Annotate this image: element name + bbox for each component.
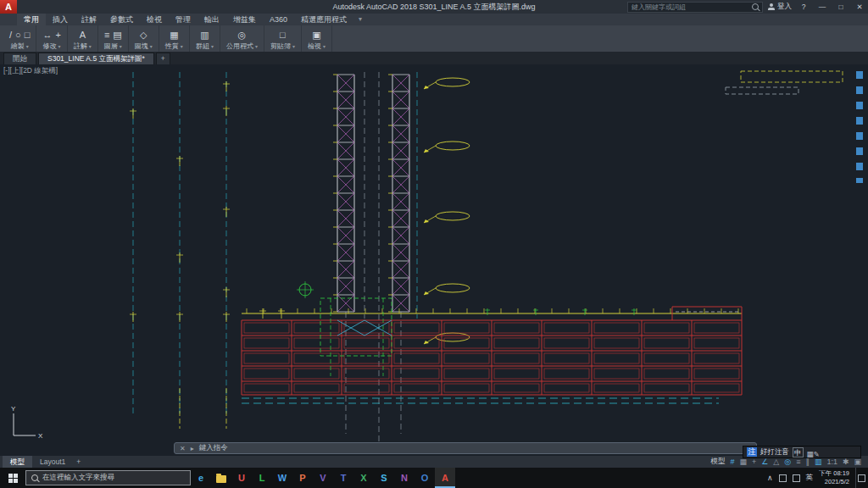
ribbon-panel[interactable]: ◎公用程式▾ <box>220 25 264 52</box>
status-toggle[interactable]: ≡ <box>796 458 800 466</box>
taskbar-app-icon[interactable] <box>211 468 231 488</box>
ribbon-panel[interactable]: /○□繪製▾ <box>3 25 36 52</box>
taskbar-app-icon[interactable]: P <box>292 468 313 488</box>
tool-icon[interactable]: ↔ <box>42 29 52 41</box>
tool-icon[interactable]: ◇ <box>140 29 147 41</box>
tool-icon[interactable]: ◎ <box>238 29 247 41</box>
file-tab-current[interactable]: S301_LINE A.5 立面構架詳圖* <box>38 53 154 64</box>
ribbon-panel-label: 圖層▾ <box>104 42 122 51</box>
status-toggle[interactable]: ∠ <box>761 458 768 466</box>
ribbon-tab[interactable]: 參數式 <box>103 14 140 25</box>
language-indicator[interactable]: 英 <box>806 473 814 483</box>
ribbon-tab[interactable]: A360 <box>263 14 294 25</box>
ribbon-panel[interactable]: ◇圖塊▾ <box>129 25 159 52</box>
tool-icon[interactable]: ▤ <box>113 29 121 41</box>
taskbar-app-icon[interactable]: W <box>272 468 292 488</box>
command-line[interactable]: ✕ ▸ 鍵入指令 <box>174 442 757 454</box>
help-button[interactable]: ? <box>797 3 810 11</box>
ribbon-panel[interactable]: □剪貼簿▾ <box>264 25 302 52</box>
taskbar-app-icon[interactable]: V <box>313 468 333 488</box>
ribbon-tab[interactable]: 增益集 <box>226 14 263 25</box>
taskbar-app-icon[interactable]: S <box>374 468 394 488</box>
status-model-label[interactable]: 模型 <box>710 457 725 467</box>
taskbar-clock[interactable]: 下午 08:19 2021/5/2 <box>819 469 849 486</box>
autocad-window: A Autodesk AutoCAD 2018 S301_LINE A.5 立面… <box>0 0 868 488</box>
status-toggle[interactable]: # <box>730 458 734 466</box>
ime-tool-icon[interactable]: ✎ <box>814 450 820 458</box>
clock-time: 下午 08:19 <box>819 469 849 478</box>
ime-mode-toggle[interactable]: 中 <box>793 447 804 458</box>
tool-icon[interactable]: + <box>55 29 60 41</box>
ribbon-panel[interactable]: A註解▾ <box>68 25 98 52</box>
help-search-placeholder: 鍵入關鍵字或詞組 <box>632 3 748 12</box>
taskbar-search[interactable]: 在這裡輸入文字來搜尋 <box>25 470 191 485</box>
status-toggle[interactable]: ✱ <box>843 458 849 466</box>
tool-icon[interactable]: A <box>80 29 86 41</box>
status-toggle[interactable]: △ <box>773 458 779 466</box>
close-button[interactable]: ✕ <box>853 3 866 11</box>
taskbar-app-icon[interactable]: U <box>231 468 252 488</box>
ime-icon[interactable]: 注 <box>747 447 757 457</box>
command-close-icon[interactable]: ✕ <box>180 445 186 452</box>
drawing-canvas[interactable]: YX [-][上][2D 線架構] ✕ ▸ 鍵入指令 i 未調和的新圖層 ✕ 找… <box>0 64 868 456</box>
ribbon-tab[interactable]: 輸出 <box>198 14 226 25</box>
signin-button[interactable]: 登入 <box>768 2 792 12</box>
ribbon-tab[interactable]: 註解 <box>75 14 103 25</box>
tray-expand-icon[interactable]: ∧ <box>767 474 773 482</box>
ribbon-panel[interactable]: ↔+修改▾ <box>36 25 67 52</box>
tool-icon[interactable]: □ <box>280 29 286 41</box>
taskbar-app-icon[interactable]: T <box>333 468 353 488</box>
ribbon-tab[interactable]: 精選應用程式 <box>294 14 353 25</box>
taskbar-app-icon[interactable]: O <box>415 468 435 488</box>
cad-drawing: YX <box>0 64 868 456</box>
tool-icon[interactable]: ▥ <box>200 29 209 41</box>
viewport-controls[interactable]: [-][上][2D 線架構] <box>3 66 58 76</box>
command-input[interactable]: 鍵入指令 <box>199 443 228 453</box>
model-tab[interactable]: 模型 <box>3 456 32 468</box>
start-button[interactable] <box>0 468 25 488</box>
file-tab-start[interactable]: 開始 <box>3 53 36 64</box>
ribbon-panel[interactable]: ▦性質▾ <box>159 25 190 52</box>
add-layout-button[interactable]: + <box>73 456 84 468</box>
help-search-box[interactable]: 鍵入關鍵字或詞組 <box>627 2 763 13</box>
ribbon-panel-label: 繪製▾ <box>9 42 30 51</box>
taskbar-app-icon[interactable]: e <box>191 468 211 488</box>
tool-icon[interactable]: / <box>9 29 12 41</box>
ribbon-tab[interactable]: 常用 <box>17 14 46 25</box>
ribbon-panel[interactable]: ▣檢視▾ <box>302 25 332 52</box>
navigation-bar[interactable] <box>856 71 863 183</box>
status-toggle[interactable]: 1:1 <box>826 458 837 466</box>
new-drawing-tab-button[interactable]: + <box>156 53 170 64</box>
minimize-button[interactable]: — <box>815 3 829 11</box>
taskbar-app-icon[interactable]: X <box>353 468 374 488</box>
tool-icon[interactable]: ▣ <box>312 29 320 41</box>
ime-tool-icon[interactable]: ▦ <box>807 450 814 458</box>
autocad-app-logo[interactable]: A <box>0 0 17 14</box>
status-toggle[interactable]: ▦ <box>740 458 748 466</box>
tool-icon[interactable]: ○ <box>15 29 21 41</box>
search-icon <box>752 3 759 10</box>
tool-icon[interactable]: □ <box>25 29 31 41</box>
svg-text:X: X <box>38 432 43 440</box>
taskbar-app-icon[interactable]: N <box>394 468 415 488</box>
taskbar-app-icon[interactable]: L <box>252 468 272 488</box>
tray-icon[interactable] <box>779 474 787 482</box>
layout1-tab[interactable]: Layout1 <box>32 456 73 468</box>
status-toggles: #▦+∠△◎≡∥▥1:1✱▣ <box>730 458 861 466</box>
ribbon-tab[interactable]: 檢視 <box>140 14 169 25</box>
maximize-button[interactable]: □ <box>834 3 848 11</box>
ribbon-panel[interactable]: ≡▤圖層▾ <box>98 25 129 52</box>
ribbon-collapse-icon[interactable]: ▾ <box>353 14 367 25</box>
tool-icon[interactable]: ≡ <box>104 29 109 41</box>
ribbon-tab[interactable]: 插入 <box>46 14 75 25</box>
ribbon-panel[interactable]: ▥群組▾ <box>190 25 220 52</box>
taskbar-app-icon[interactable]: A <box>435 468 455 488</box>
ime-toolbar[interactable]: 注 好打注音 中 ▦✎ <box>743 446 861 458</box>
status-toggle[interactable]: + <box>752 458 756 466</box>
tool-icon[interactable]: ▦ <box>170 29 178 41</box>
action-center-button[interactable] <box>855 468 866 488</box>
ribbon-tab[interactable]: 管理 <box>169 14 198 25</box>
status-toggle[interactable]: ▣ <box>854 458 861 466</box>
tray-icon[interactable] <box>793 474 800 482</box>
status-toggle[interactable]: ◎ <box>784 458 791 466</box>
